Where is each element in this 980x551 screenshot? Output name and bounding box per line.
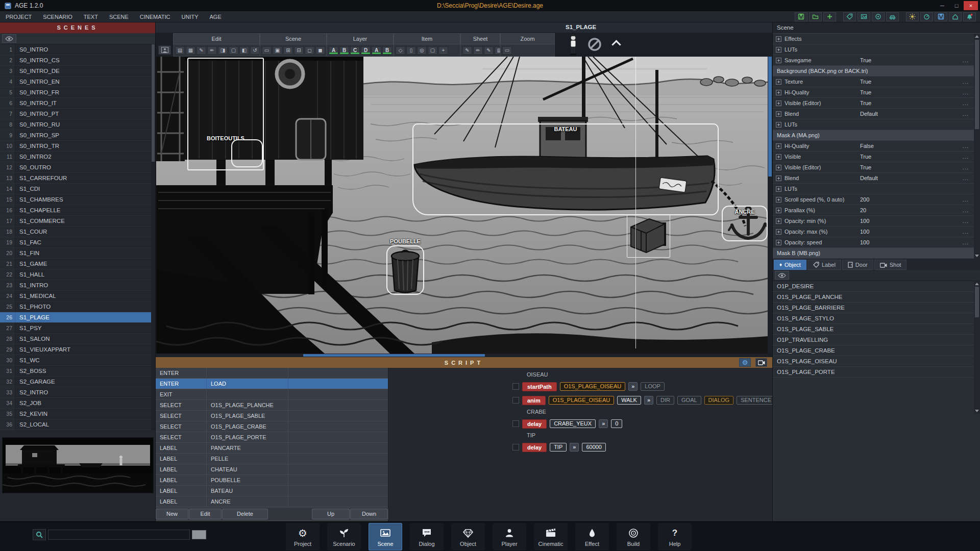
menu-item[interactable]: AGE [204,11,227,22]
layer-tool-button[interactable]: A [372,46,381,55]
script-event-row[interactable]: LABEL POUBELLE [156,475,388,486]
command-arg-chip[interactable]: TIP [550,443,567,452]
expand-icon[interactable] [776,208,781,213]
command-option-chip[interactable]: DIALOG [704,396,734,405]
menu-item[interactable]: UNITY [176,11,204,22]
layer-tool-button[interactable]: A [329,46,338,55]
tool-button[interactable]: ✎ [462,46,472,55]
property-more-button[interactable]: ... [963,239,969,245]
scene-list-item[interactable]: 34 S2_JOB [0,398,151,409]
tool-button[interactable]: + [438,46,448,55]
mode-scenario-button[interactable]: Scenario [327,523,361,550]
scene-list-item[interactable]: 13 S1_CARREFOUR [0,173,151,184]
command-checkbox[interactable] [512,397,519,404]
property-more-button[interactable]: ... [963,57,969,63]
script-event-row[interactable]: SELECT O1S_PLAGE_PORTE [156,432,388,443]
tab-door[interactable]: Door [842,260,873,270]
scrollbar-thumb[interactable] [303,354,485,357]
script-event-row[interactable]: SELECT O1S_PLAGE_PLANCHE [156,400,388,411]
tool-button[interactable]: ▭ [262,46,272,55]
tool-button[interactable]: ◎ [417,46,427,55]
script-command-row[interactable]: delay CRABE_YEUX » 0 [512,417,772,431]
command-arg-chip[interactable]: WALK [617,396,641,405]
scene-list-item[interactable]: 5 S0_INTRO_FR [0,87,151,98]
property-more-button[interactable]: ... [963,207,969,213]
property-row[interactable]: Mask B (MB.png) [773,248,974,259]
scene-list-item[interactable]: 19 S1_FAC [0,237,151,248]
tab-shot[interactable]: Shot [874,260,907,270]
tool-button[interactable]: ◨ [218,46,228,55]
scene-list-item[interactable]: 30 S1_WC [0,355,151,366]
command-option-chip[interactable]: SENTENCE [737,396,775,405]
scene-list-item[interactable]: 10 S0_INTRO_TR [0,141,151,152]
property-row[interactable]: Background (BACK.png or BACK.tri) [773,66,974,77]
property-more-button[interactable]: ... [963,89,969,95]
hotspot-ancre[interactable]: ANCRE [722,206,768,241]
down-button[interactable]: Down [350,509,388,519]
scene-list-item[interactable]: 14 S1_CDI [0,184,151,194]
menu-item[interactable]: SCENE [104,11,134,22]
property-row[interactable]: Hi-Quality False ... [773,141,974,152]
expand-icon[interactable] [776,154,781,160]
tool-button[interactable]: ▯ [406,46,416,55]
canvas-horizontal-scrollbar[interactable] [156,354,768,357]
object-list-item[interactable]: O1S_PLAGE_STYLO [773,313,974,324]
expand-icon[interactable] [776,197,781,203]
mode-project-button[interactable]: ⚙ Project [286,523,320,550]
menu-item[interactable]: TEXT [78,11,104,22]
scroll-up-icon[interactable] [975,35,979,38]
property-row[interactable]: Opacity: max (%) 100 ... [773,227,974,237]
scene-list-item[interactable]: 35 S2_KEVIN [0,409,151,419]
script-event-row[interactable]: SELECT O1S_PLAGE_SABLE [156,411,388,421]
mode-dialog-button[interactable]: Dialog [410,523,444,550]
property-more-button[interactable]: ... [963,164,969,170]
tool-button[interactable]: ▭ [502,46,512,55]
scene-list-item[interactable]: 33 S2_INTRO [0,387,151,398]
expand-icon[interactable] [776,186,781,192]
layer-tool-button[interactable]: B [382,46,392,55]
property-more-button[interactable]: ... [963,143,969,149]
property-row[interactable]: Texture True ... [773,77,974,87]
hotspot-crate[interactable] [627,214,670,258]
expand-icon[interactable] [776,165,781,170]
scenes-visibility-button[interactable] [2,34,16,43]
property-more-button[interactable]: ... [963,175,969,181]
scene-list-item[interactable]: 31 S2_BOSS [0,366,151,377]
expand-icon[interactable] [776,111,781,117]
scene-list-item[interactable]: 25 S1_PHOTO [0,302,151,312]
lighting-button[interactable] [906,12,919,21]
object-list-scrollbar[interactable] [974,281,980,414]
property-row[interactable]: Mask A (MA.png) [773,130,974,141]
script-settings-button[interactable]: ⚙ [739,358,751,367]
property-more-button[interactable]: ... [963,229,969,235]
object-list-item[interactable]: O1S_PLAGE_SABLE [773,324,974,335]
script-event-row[interactable]: EXIT [156,389,388,400]
property-row[interactable]: Parallax (%) 20 ... [773,205,974,216]
object-list-item[interactable]: O1S_PLAGE_PLANCHE [773,292,974,303]
expand-icon[interactable] [776,47,781,53]
target-button[interactable] [872,12,885,21]
hotspot-poubelle[interactable]: POUBELLE [386,245,424,295]
expand-icon[interactable] [776,101,781,106]
property-row[interactable]: Opacity: min (%) 100 ... [773,216,974,227]
property-row[interactable]: LUTs [773,184,974,194]
scene-list-item[interactable]: 6 S0_INTRO_IT [0,98,151,109]
scene-list-item[interactable]: 28 S1_SALON [0,334,151,344]
property-row[interactable]: Visible (Editor) True ... [773,98,974,109]
scrollbar-thumb[interactable] [768,57,772,177]
tool-button[interactable]: ⊟ [294,46,304,55]
open-folder-button[interactable] [809,12,822,21]
scene-list-item[interactable]: 15 S1_CHAMBRES [0,194,151,205]
scroll-down-icon[interactable] [975,255,979,257]
scene-list-item[interactable]: 29 S1_VIEUXAPPART [0,344,151,355]
timer-button[interactable] [920,12,933,21]
property-more-button[interactable]: ... [963,100,969,106]
expand-icon[interactable] [776,79,781,85]
tool-button[interactable]: ▣ [273,46,282,55]
quick-save-button[interactable] [935,12,947,21]
scroll-down-icon[interactable] [975,410,979,412]
minimize-button[interactable]: ─ [935,1,949,10]
scrollbar-thumb[interactable] [152,44,155,162]
command-arrow-button[interactable]: » [644,396,653,405]
script-event-row[interactable]: ENTER [156,368,388,379]
